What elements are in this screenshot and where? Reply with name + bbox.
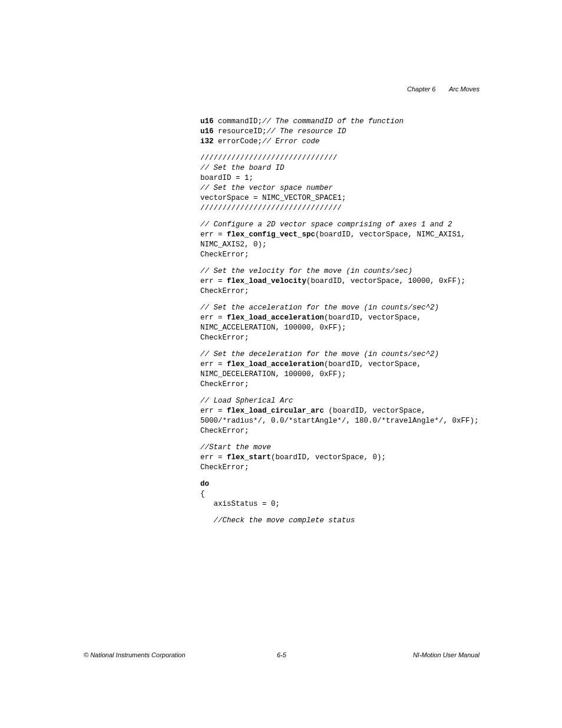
code-line: //Check the move complete status (200, 516, 480, 526)
code-text: err = (200, 360, 227, 368)
code-line: //////////////////////////////// (200, 203, 480, 213)
code-line: u16 commandID;// The commandID of the fu… (200, 117, 480, 127)
code-text: (boardID, vectorSpace, 0); (271, 453, 386, 462)
comment: // Error code (262, 137, 320, 146)
start-block: //Start the move err = flex_start(boardI… (200, 443, 480, 473)
code-line: err = flex_load_acceleration(boardID, ve… (200, 313, 480, 333)
comment: // The resource ID (267, 127, 346, 136)
code-line: u16 resourceID;// The resource ID (200, 127, 480, 137)
arc-block: // Load Spherical Arc err = flex_load_ci… (200, 396, 480, 436)
footer-page-number: 6-5 (277, 651, 286, 658)
code-line: CheckError; (200, 463, 480, 473)
comment: //Start the move (200, 443, 480, 453)
accel-block: // Set the acceleration for the move (in… (200, 303, 480, 343)
code-line: err = flex_load_acceleration(boardID, ve… (200, 360, 480, 380)
code-text: axisStatus = 0; (214, 500, 280, 508)
init-block: /////////////////////////////// // Set t… (200, 153, 480, 213)
code-text: err = (200, 407, 227, 415)
do-block: do { axisStatus = 0; (200, 479, 480, 509)
code-line: vectorSpace = NIMC_VECTOR_SPACE1; (200, 193, 480, 203)
code-content: u16 commandID;// The commandID of the fu… (200, 117, 480, 532)
comment: //Check the move complete status (214, 516, 355, 525)
code-text: (boardID, vectorSpace, 10000, 0xFF); (306, 277, 465, 285)
comment: // Configure a 2D vector space comprisin… (200, 220, 480, 230)
function-name: flex_config_vect_spc (227, 230, 315, 239)
comment: // The commandID of the function (262, 117, 404, 126)
code-line: i32 errorCode;// Error code (200, 137, 480, 147)
comment: // Set the board ID (200, 163, 480, 173)
code-line: /////////////////////////////// (200, 153, 480, 163)
chapter-title: Arc Moves (449, 85, 480, 93)
code-line: CheckError; (200, 333, 480, 343)
code-line: boardID = 1; (200, 173, 480, 183)
code-line: err = flex_config_vect_spc(boardID, vect… (200, 230, 480, 250)
code-text: err = (200, 453, 227, 462)
page-footer: © National Instruments Corporation 6-5 N… (84, 651, 480, 658)
function-name: flex_start (227, 453, 271, 462)
config-block: // Configure a 2D vector space comprisin… (200, 220, 480, 260)
indent (200, 516, 214, 525)
keyword: u16 (200, 127, 214, 136)
chapter-label: Chapter 6 (407, 85, 435, 93)
indent (200, 500, 214, 508)
code-text: err = (200, 277, 227, 285)
comment: // Set the velocity for the move (in cou… (200, 266, 480, 276)
footer-copyright: © National Instruments Corporation (84, 651, 186, 658)
comment: // Set the acceleration for the move (in… (200, 303, 480, 313)
comment: // Set the vector space number (200, 183, 480, 193)
code-line: CheckError; (200, 380, 480, 390)
var-decls: u16 commandID;// The commandID of the fu… (200, 117, 480, 147)
comment: // Set the deceleration for the move (in… (200, 350, 480, 360)
code-line: { (200, 489, 480, 499)
velocity-block: // Set the velocity for the move (in cou… (200, 266, 480, 297)
code-line: axisStatus = 0; (200, 499, 480, 509)
keyword: do (200, 479, 480, 489)
function-name: flex_load_circular_arc (227, 407, 324, 415)
code-text: errorCode; (214, 137, 263, 146)
function-name: flex_load_acceleration (227, 314, 324, 322)
code-line: CheckError; (200, 286, 480, 297)
comment: // Load Spherical Arc (200, 396, 480, 406)
function-name: flex_load_velocity (227, 277, 306, 285)
code-text: err = (200, 314, 227, 322)
keyword: i32 (200, 137, 214, 146)
code-line: CheckError; (200, 250, 480, 260)
code-line: err = flex_load_circular_arc (boardID, v… (200, 406, 480, 426)
function-name: flex_load_acceleration (227, 360, 324, 368)
page: Chapter 6 Arc Moves u16 commandID;// The… (0, 0, 562, 728)
code-line: err = flex_load_velocity(boardID, vector… (200, 276, 480, 286)
code-line: err = flex_start(boardID, vectorSpace, 0… (200, 453, 480, 463)
code-text: resourceID; (214, 127, 267, 136)
check-block: //Check the move complete status (200, 516, 480, 526)
code-line: CheckError; (200, 426, 480, 436)
decel-block: // Set the deceleration for the move (in… (200, 350, 480, 390)
page-header: Chapter 6 Arc Moves (407, 85, 480, 93)
code-text: commandID; (214, 117, 263, 126)
code-text: err = (200, 230, 227, 239)
footer-doc-title: NI-Motion User Manual (413, 651, 480, 658)
keyword: u16 (200, 117, 214, 126)
